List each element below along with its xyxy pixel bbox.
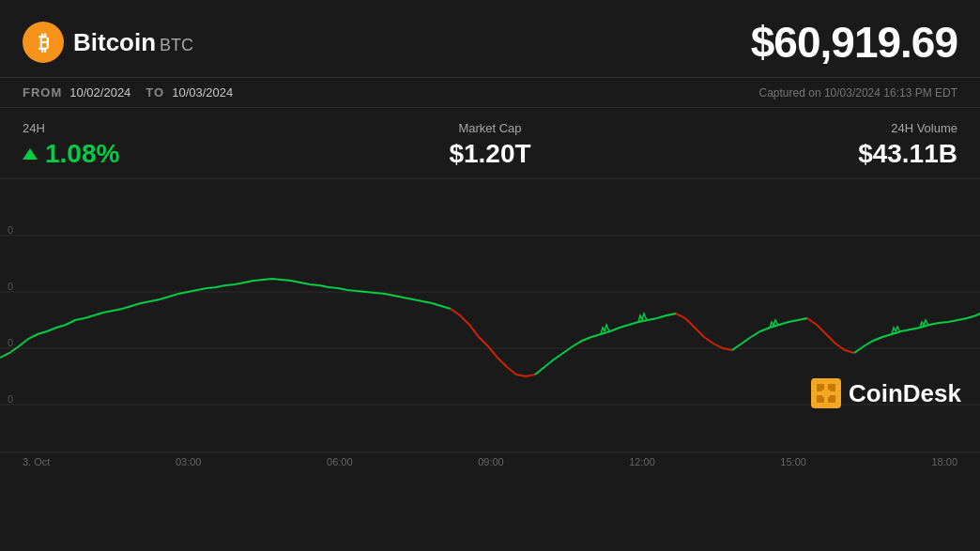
svg-rect-15: [822, 390, 830, 397]
brand: ₿ BitcoinBTC: [23, 22, 193, 63]
coindesk-logo: CoinDesk: [811, 378, 961, 408]
arrow-up-icon: [23, 148, 38, 160]
brand-name: Bitcoin: [73, 28, 156, 56]
brand-ticker: BTC: [160, 36, 193, 54]
change-label: 24H: [23, 121, 334, 135]
coindesk-icon: [811, 378, 841, 408]
from-date: 10/02/2024: [69, 85, 130, 99]
to-label: TO: [145, 85, 164, 99]
x-label-6: 18:00: [931, 456, 957, 467]
from-label: FROM: [23, 85, 62, 99]
chart-area: 0 0 0 0: [0, 179, 980, 452]
x-axis: 3. Oct 03:00 06:00 09:00 12:00 15:00 18:…: [0, 452, 980, 471]
stat-24h-change: 24H 1.08%: [23, 121, 334, 169]
volume-value: $43.11B: [858, 139, 957, 169]
svg-text:0: 0: [8, 337, 13, 348]
x-label-5: 15:00: [780, 456, 806, 467]
market-cap-value: $1.20T: [449, 139, 530, 169]
svg-text:0: 0: [8, 393, 13, 405]
x-label-3: 09:00: [478, 456, 504, 467]
current-price: $60,919.69: [751, 17, 957, 68]
captured-info: Captured on 10/03/2024 16:13 PM EDT: [759, 86, 957, 99]
market-cap-label: Market Cap: [458, 121, 521, 135]
x-label-1: 03:00: [176, 456, 202, 467]
volume-label: 24H Volume: [891, 121, 957, 135]
svg-text:0: 0: [8, 224, 13, 236]
coindesk-text: CoinDesk: [849, 379, 961, 408]
price-chart: 0 0 0 0: [0, 179, 980, 452]
header: ₿ BitcoinBTC $60,919.69: [0, 0, 980, 78]
stat-market-cap: Market Cap $1.20T: [334, 121, 646, 169]
x-label-0: 3. Oct: [23, 456, 50, 467]
change-value: 1.08%: [23, 139, 334, 169]
bitcoin-logo-icon: ₿: [23, 22, 64, 63]
stats-bar: 24H 1.08% Market Cap $1.20T 24H Volume $…: [0, 108, 980, 179]
stat-volume: 24H Volume $43.11B: [646, 121, 957, 169]
to-date: 10/03/2024: [172, 85, 233, 99]
x-label-4: 12:00: [629, 456, 655, 467]
x-label-2: 06:00: [327, 456, 353, 467]
svg-text:₿: ₿: [38, 31, 49, 54]
date-range-bar: FROM 10/02/2024 TO 10/03/2024 Captured o…: [0, 78, 980, 108]
svg-text:0: 0: [8, 281, 13, 292]
